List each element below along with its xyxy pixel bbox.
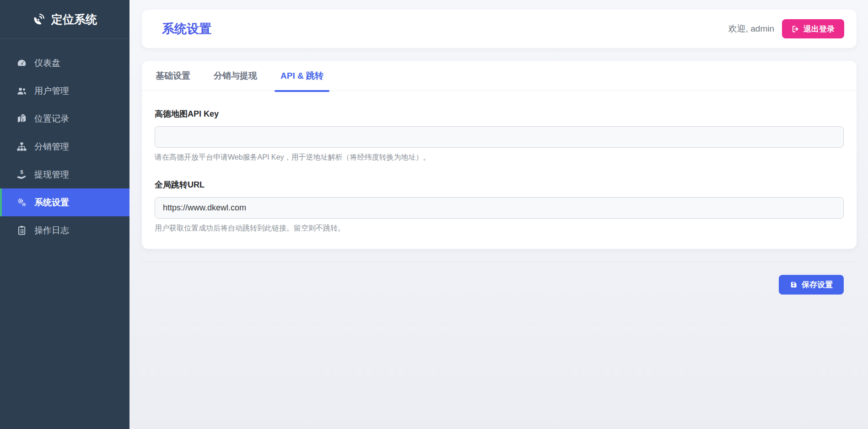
tab-basic-settings[interactable]: 基础设置 [155, 61, 191, 91]
header-right: 欢迎, admin 退出登录 [728, 19, 844, 38]
clipboard-list-icon [16, 225, 27, 236]
amap-key-group: 高德地图API Key 请在高德开放平台申请Web服务API Key，用于逆地址… [155, 108, 844, 162]
tachometer-icon [16, 58, 27, 68]
tab-api-redirect[interactable]: API & 跳转 [280, 61, 324, 91]
settings-card: 基础设置 分销与提现 API & 跳转 高德地图API Key 请在高德开放平台… [142, 61, 857, 249]
redirect-url-input[interactable] [155, 197, 844, 219]
sidebar-item-locations[interactable]: 位置记录 [0, 105, 129, 133]
sidebar-item-dashboard[interactable]: 仪表盘 [0, 49, 129, 77]
hand-holding-usd-icon: $ [16, 169, 27, 180]
users-icon [16, 86, 27, 96]
save-icon [790, 281, 798, 289]
sidebar-item-label: 提现管理 [34, 169, 69, 181]
amap-key-label: 高德地图API Key [155, 108, 844, 119]
sidebar-item-distribution[interactable]: 分销管理 [0, 133, 129, 161]
sidebar-item-label: 操作日志 [34, 225, 69, 236]
settings-form: 高德地图API Key 请在高德开放平台申请Web服务API Key，用于逆地址… [155, 91, 844, 233]
redirect-url-label: 全局跳转URL [155, 179, 844, 190]
sidebar-nav: 仪表盘 用户管理 位置记录 [0, 49, 129, 244]
redirect-url-group: 全局跳转URL 用户获取位置成功后将自动跳转到此链接。留空则不跳转。 [155, 179, 844, 233]
tab-bar: 基础设置 分销与提现 API & 跳转 [142, 61, 857, 91]
sidebar-item-label: 用户管理 [34, 85, 69, 97]
sidebar-item-label: 分销管理 [34, 141, 69, 153]
app-logo: 定位系统 [0, 0, 129, 39]
tab-distribution-withdrawal[interactable]: 分销与提现 [213, 61, 258, 91]
satellite-dish-icon [32, 13, 45, 26]
main-content: 系统设置 欢迎, admin 退出登录 基础设置 分销与提现 API & 跳转 [129, 0, 868, 429]
app-title: 定位系统 [51, 12, 97, 27]
save-label: 保存设置 [802, 279, 833, 290]
amap-key-help: 请在高德开放平台申请Web服务API Key，用于逆地址解析（将经纬度转换为地址… [155, 153, 844, 162]
sitemap-icon [16, 141, 27, 152]
sidebar: 定位系统 仪表盘 用户管理 [0, 0, 129, 429]
logout-label: 退出登录 [803, 24, 835, 34]
sidebar-item-withdrawal[interactable]: $ 提现管理 [0, 161, 129, 188]
welcome-text: 欢迎, admin [728, 23, 774, 35]
footer-divider [142, 262, 857, 262]
redirect-url-help: 用户获取位置成功后将自动跳转到此链接。留空则不跳转。 [155, 224, 844, 233]
sidebar-item-logs[interactable]: 操作日志 [0, 216, 129, 244]
logout-button[interactable]: 退出登录 [782, 19, 844, 38]
map-marked-icon [16, 113, 27, 124]
sidebar-item-label: 仪表盘 [34, 57, 60, 69]
cogs-icon [16, 197, 27, 208]
save-settings-button[interactable]: 保存设置 [779, 275, 844, 295]
sidebar-item-label: 系统设置 [34, 197, 69, 209]
sidebar-item-label: 位置记录 [34, 113, 69, 125]
save-row: 保存设置 [142, 275, 857, 295]
amap-key-input[interactable] [155, 126, 844, 148]
page-header: 系统设置 欢迎, admin 退出登录 [142, 10, 857, 48]
sidebar-item-users[interactable]: 用户管理 [0, 77, 129, 105]
page-title: 系统设置 [162, 21, 211, 37]
svg-text:$: $ [20, 169, 23, 175]
sign-out-icon [792, 25, 799, 33]
sidebar-item-settings[interactable]: 系统设置 [0, 188, 129, 216]
